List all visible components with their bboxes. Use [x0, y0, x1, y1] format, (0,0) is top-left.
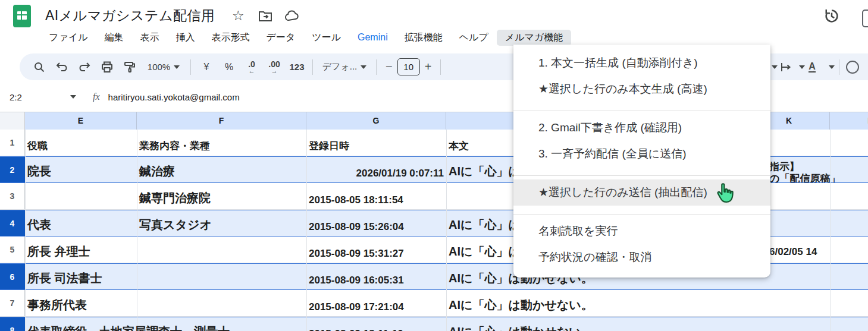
menubar-item-10[interactable]: ヘルプ [451, 30, 497, 46]
menu-item-5[interactable]: 3. 一斉予約配信 (全員に送信) [513, 141, 770, 167]
menu-bar: ファイル編集表示挿入表示形式データツールGemini拡張機能ヘルプメルマガ機能 [40, 29, 571, 46]
menu-divider [513, 214, 770, 215]
insert-link-icon-partial[interactable] [846, 61, 859, 74]
menubar-item-3[interactable]: 表示 [132, 30, 168, 46]
gridline [137, 130, 137, 331]
star-icon[interactable]: ☆ [232, 8, 245, 24]
increase-font-size-button[interactable]: + [420, 60, 437, 74]
font-size-input[interactable]: 10 [397, 58, 420, 75]
cell-E8[interactable]: 代表取締役 土地家屋調査士 測量士 [27, 324, 230, 331]
decrease-decimal-button[interactable]: .0← [240, 57, 263, 77]
name-box[interactable]: 2:2 [0, 92, 67, 102]
column-header-L[interactable]: L [830, 112, 868, 130]
chevron-down-icon[interactable] [799, 65, 805, 69]
cell-G8[interactable]: 2015-08-09 18:11:10 [309, 328, 403, 331]
toolbar-divider [376, 59, 377, 75]
decrease-font-size-button[interactable]: − [381, 60, 397, 74]
menu-divider [513, 111, 770, 111]
menu-item-4[interactable]: 2. Gmail下書き作成 (確認用) [513, 115, 770, 141]
sheets-logo-grid [17, 11, 27, 20]
cell-F3[interactable]: 鍼専門治療院 [139, 190, 211, 206]
menu-item-1[interactable]: 1. 本文一括生成 (自動添削付き) [513, 50, 770, 76]
chevron-down-icon[interactable] [829, 65, 835, 69]
cell-G5[interactable]: 2015-08-09 15:31:27 [309, 248, 404, 260]
menu-divider [513, 175, 770, 176]
cell-E1[interactable]: 役職 [27, 139, 48, 153]
menubar-item-11[interactable]: メルマガ機能 [497, 30, 572, 46]
menubar-item-7[interactable]: ツール [303, 30, 349, 46]
cell-G6[interactable]: 2015-08-09 16:05:31 [309, 275, 404, 286]
hand-pointer-cursor [715, 182, 735, 207]
cell-E7[interactable]: 事務所代表 [27, 297, 87, 313]
font-family-select[interactable]: デフォ... [317, 57, 372, 77]
menubar-item-6[interactable]: データ [258, 30, 304, 46]
cell-G4[interactable]: 2015-08-09 15:26:04 [309, 221, 404, 233]
column-header-F[interactable]: F [137, 112, 306, 130]
row-header-6[interactable]: 6 [0, 264, 25, 289]
cell-E5[interactable]: 所長 弁理士 [27, 244, 90, 260]
undo-icon[interactable] [51, 57, 73, 77]
cell-F1[interactable]: 業務内容・業種 [139, 139, 210, 153]
row-header-2[interactable]: 2 [0, 157, 25, 182]
menubar-item-8[interactable]: Gemini [349, 30, 396, 45]
formula-input[interactable]: haritiryou.sati.yokota@gmail.com [108, 92, 240, 102]
cell-H8[interactable]: AIに「心」は動かせない。 [449, 324, 593, 331]
search-icon[interactable] [28, 57, 51, 77]
cell-G3[interactable]: 2015-08-05 18:11:54 [309, 194, 403, 206]
toolbar-divider [190, 59, 191, 75]
comments-icon-partial[interactable] [862, 10, 868, 27]
fx-icon: fx [93, 92, 100, 102]
zoom-select[interactable]: 100% [141, 57, 186, 77]
increase-decimal-button[interactable]: .00→ [263, 57, 286, 77]
menu-item-9[interactable]: 名刺読取を実行 [513, 218, 770, 244]
cell-E4[interactable]: 代表 [27, 217, 51, 233]
cell-E6[interactable]: 所長 司法書士 [27, 270, 102, 286]
cell-H7[interactable]: AIに「心」は動かせない。 [449, 297, 593, 313]
column-header-G[interactable]: G [306, 112, 446, 130]
menubar-item-9[interactable]: 拡張機能 [396, 30, 451, 46]
google-sheets-app: AIメルマガシステム配信用 ☆ ファイル編集表示挿入表示形式データツールGemi… [0, 0, 868, 331]
cell-G2[interactable]: 2026/01/19 0:07:11 [356, 168, 444, 179]
print-icon[interactable] [96, 57, 118, 77]
menubar-item-1[interactable]: ファイル [40, 30, 96, 46]
cell-G1[interactable]: 登録日時 [309, 139, 349, 153]
format-currency-button[interactable]: ¥ [195, 57, 218, 77]
move-folder-icon[interactable] [258, 10, 272, 24]
redo-icon[interactable] [73, 57, 96, 77]
paint-format-icon[interactable] [118, 57, 141, 77]
version-history-icon[interactable] [823, 7, 841, 27]
cloud-status-icon[interactable] [284, 10, 300, 24]
menu-item-10[interactable]: 予約状況の確認・取消 [513, 244, 770, 270]
cell-G7[interactable]: 2015-08-09 17:21:04 [309, 301, 404, 313]
menubar-item-4[interactable]: 挿入 [168, 30, 203, 46]
toolbar-divider [312, 59, 313, 75]
sheets-logo-icon[interactable] [13, 5, 31, 27]
format-percent-button[interactable]: % [218, 57, 240, 77]
row-header-7[interactable]: 7 [0, 290, 25, 316]
gridline [306, 130, 307, 331]
document-title[interactable]: AIメルマガシステム配信用 [45, 7, 215, 25]
name-box-chevron-icon[interactable] [70, 95, 76, 99]
cell-E2[interactable]: 院長 [27, 163, 51, 179]
row-header-1[interactable]: 1 [0, 130, 25, 156]
text-wrapping-icon[interactable] [778, 57, 795, 77]
cell-H1[interactable]: 本文 [449, 139, 469, 153]
melmaga-dropdown-menu: 1. 本文一括生成 (自動添削付き)★選択した行のみ本文生成 (高速)2. Gm… [513, 45, 770, 278]
menu-item-2[interactable]: ★選択した行のみ本文生成 (高速) [513, 76, 770, 102]
text-rotation-icon[interactable]: A→ [805, 57, 825, 77]
chevron-down-icon [361, 65, 366, 69]
column-header-E[interactable]: E [25, 112, 137, 130]
menubar-item-2[interactable]: 編集 [96, 30, 132, 46]
toolbar-divider [839, 59, 839, 75]
cell-F4[interactable]: 写真スタジオ [139, 217, 212, 233]
row-header-8[interactable]: 8 [0, 317, 25, 331]
select-all-corner[interactable] [0, 112, 25, 130]
cell-F2[interactable]: 鍼治療 [139, 163, 175, 179]
gridline [830, 130, 831, 331]
row-header-5[interactable]: 5 [0, 237, 25, 263]
chevron-down-icon[interactable] [772, 65, 778, 69]
menubar-item-5[interactable]: 表示形式 [203, 30, 258, 46]
row-header-3[interactable]: 3 [0, 183, 25, 209]
more-formats-button[interactable]: 123 [286, 57, 308, 77]
row-header-4[interactable]: 4 [0, 210, 25, 236]
